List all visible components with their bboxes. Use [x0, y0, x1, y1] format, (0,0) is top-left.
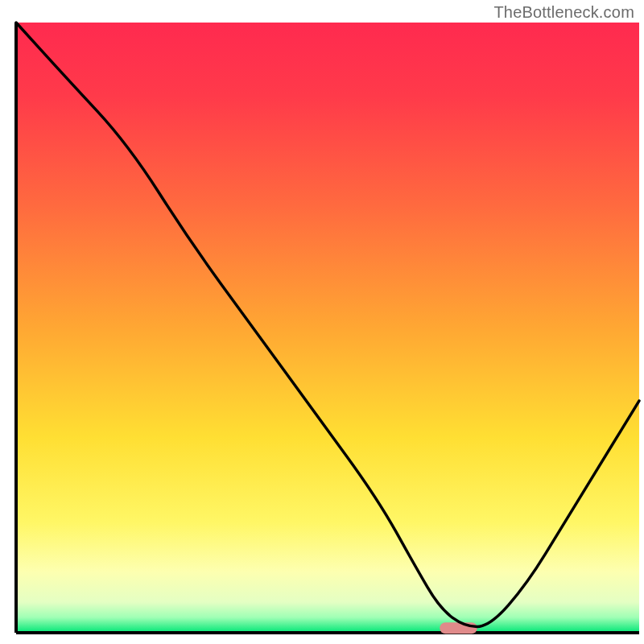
optimal-range-marker	[440, 622, 477, 634]
site-watermark: TheBottleneck.com	[493, 3, 634, 22]
plot-background	[16, 23, 639, 633]
chart-svg	[0, 0, 644, 644]
bottleneck-chart: TheBottleneck.com	[0, 0, 644, 644]
